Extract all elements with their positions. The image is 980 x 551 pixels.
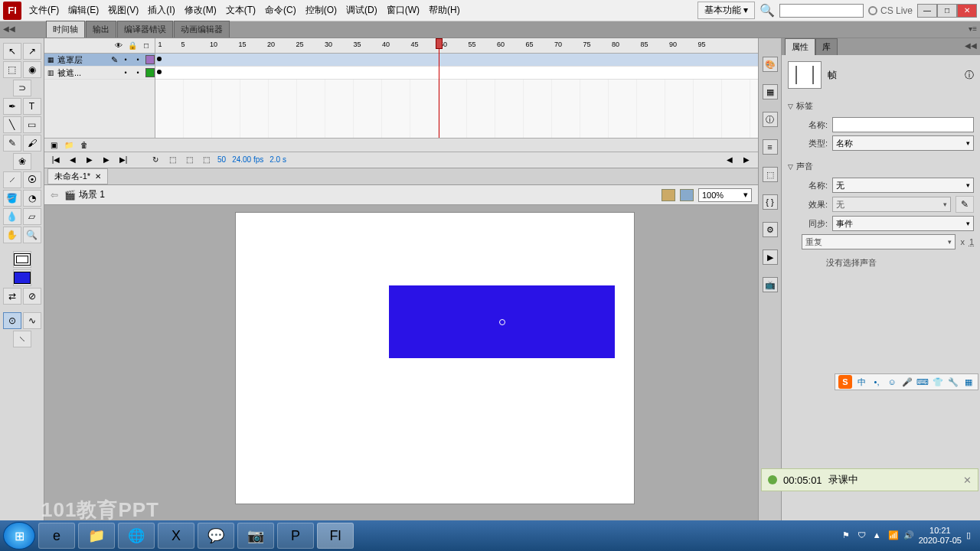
project-panel-icon[interactable]: 📺	[763, 277, 778, 292]
sound-name-select[interactable]: 无	[832, 178, 974, 193]
collapse-left-icon[interactable]: ◀◀	[3, 24, 15, 33]
visibility-header-icon[interactable]: 👁	[113, 41, 124, 50]
color-panel-icon[interactable]: 🎨	[763, 57, 778, 72]
tray-up-icon[interactable]: ▲	[873, 530, 884, 541]
close-button[interactable]: ✕	[957, 4, 977, 18]
lock-header-icon[interactable]: 🔒	[127, 41, 138, 50]
swatches-panel-icon[interactable]: ▦	[763, 84, 778, 99]
frame-track-2[interactable]	[155, 67, 758, 80]
tab-library[interactable]: 库	[815, 38, 838, 55]
section-sound-header[interactable]: 声音	[788, 158, 974, 174]
last-frame-button[interactable]: ▶|	[118, 155, 129, 164]
pencil-tool[interactable]: ✎	[3, 135, 21, 152]
tab-motion-editor[interactable]: 动画编辑器	[174, 21, 230, 37]
pen-tool[interactable]: ✒	[3, 98, 21, 115]
rectangle-tool[interactable]: ▭	[23, 116, 41, 133]
sound-repeat-select[interactable]: 重复	[802, 234, 956, 249]
back-arrow-icon[interactable]: ⇦	[51, 190, 58, 201]
minimize-button[interactable]: —	[917, 4, 937, 18]
start-button[interactable]: ⊞	[3, 522, 35, 549]
tray-flag-icon[interactable]: ⚑	[842, 530, 853, 541]
sogou-ime-icon[interactable]: S	[838, 375, 852, 389]
menu-window[interactable]: 窗口(W)	[382, 1, 424, 20]
taskbar-explorer[interactable]: 📁	[78, 523, 115, 549]
stroke-color-swatch[interactable]	[13, 251, 31, 268]
ime-lang-button[interactable]: 中	[855, 376, 867, 388]
menu-text[interactable]: 文本(T)	[221, 1, 260, 20]
ime-emoji-button[interactable]: ☺	[886, 376, 898, 388]
workspace-selector[interactable]: 基本功能 ▾	[697, 2, 755, 19]
code-snippets-icon[interactable]: { }	[763, 194, 778, 210]
snap-option[interactable]: ⊙	[3, 312, 21, 329]
playhead-head-icon[interactable]	[436, 38, 443, 49]
tab-properties[interactable]: 属性	[785, 38, 815, 55]
edit-multiple-frames-button[interactable]: ⬚	[201, 155, 211, 164]
help-icon[interactable]: ⓘ	[965, 69, 974, 82]
layer-color-icon[interactable]	[145, 68, 155, 77]
frame-name-input[interactable]	[832, 117, 974, 132]
playhead[interactable]	[439, 38, 439, 138]
frames-area[interactable]: 15101520253035404550556065707580859095	[155, 38, 758, 138]
paint-bucket-tool[interactable]: 🪣	[3, 190, 21, 207]
menu-file[interactable]: 文件(F)	[24, 1, 64, 20]
layer-row-masked[interactable]: ▥ 被遮... ••	[44, 67, 155, 80]
tray-network-icon[interactable]: 📶	[888, 530, 899, 541]
show-desktop-button[interactable]: ▯	[966, 530, 977, 541]
zoom-tool[interactable]: 🔍	[23, 227, 41, 243]
menu-commands[interactable]: 命令(C)	[260, 1, 301, 20]
onion-skin-button[interactable]: ⬚	[167, 155, 178, 164]
panel-menu-icon[interactable]: ▾≡	[969, 24, 977, 33]
3d-rotation-tool[interactable]: ◉	[23, 61, 41, 78]
keyframe-icon[interactable]	[157, 57, 162, 61]
layer-row-mask[interactable]: ▦ 遮罩层 ✎ ••	[44, 54, 155, 67]
keyframe-icon[interactable]	[157, 70, 162, 74]
document-tab[interactable]: 未命名-1* ✕	[47, 168, 108, 184]
ime-menu-button[interactable]: ▦	[962, 376, 975, 388]
tray-volume-icon[interactable]: 🔊	[903, 530, 914, 541]
edit-scene-button[interactable]	[662, 189, 675, 201]
smooth-option[interactable]: ∿	[23, 312, 41, 329]
no-color-icon[interactable]: ⊘	[23, 288, 41, 305]
zoom-selector[interactable]: 100%▾	[698, 188, 752, 202]
taskbar-360[interactable]: 🌐	[118, 523, 155, 549]
components-panel-icon[interactable]: ⚙	[763, 222, 778, 237]
ime-punct-button[interactable]: •,	[871, 376, 883, 388]
edit-symbols-button[interactable]	[680, 189, 694, 201]
hand-tool[interactable]: ✋	[3, 227, 21, 243]
taskbar-excel[interactable]: X	[158, 523, 194, 549]
panel-collapse-icon[interactable]: ◀◀	[965, 41, 977, 50]
text-tool[interactable]: T	[23, 98, 41, 115]
close-tab-icon[interactable]: ✕	[95, 172, 101, 181]
repeat-count[interactable]: 1	[969, 237, 974, 246]
ime-keyboard-button[interactable]: ⌨	[916, 376, 929, 388]
taskbar-camera[interactable]: 📷	[237, 523, 274, 549]
scene-label[interactable]: 场景 1	[79, 188, 105, 201]
stage[interactable]	[236, 213, 634, 504]
play-button[interactable]: ▶	[84, 155, 95, 164]
bind-tool[interactable]: ⦿	[23, 171, 41, 188]
cslive-button[interactable]: CS Live	[868, 5, 913, 16]
brush-tool[interactable]: 🖌	[23, 135, 41, 152]
layer-color-icon[interactable]	[145, 55, 155, 64]
first-frame-button[interactable]: |◀	[51, 155, 61, 164]
motion-presets-icon[interactable]: ▶	[763, 249, 778, 265]
new-folder-button[interactable]: 📁	[63, 140, 75, 151]
eyedropper-tool[interactable]: 💧	[3, 208, 21, 225]
menu-control[interactable]: 控制(O)	[301, 1, 341, 20]
selection-tool[interactable]: ↖	[3, 43, 21, 60]
scroll-right-button[interactable]: ▶	[741, 155, 752, 164]
straighten-option[interactable]: ⟍	[13, 331, 31, 347]
edit-effect-button[interactable]: ✎	[956, 196, 974, 213]
maximize-button[interactable]: □	[937, 4, 957, 18]
prev-frame-button[interactable]: ◀	[67, 155, 78, 164]
deco-tool[interactable]: ❀	[13, 153, 31, 170]
frame-track-1[interactable]	[155, 54, 758, 67]
stage-area[interactable]	[44, 205, 758, 537]
blue-rectangle-shape[interactable]	[389, 285, 615, 358]
taskbar-flash[interactable]: Fl	[317, 523, 354, 549]
swap-colors-icon[interactable]: ⇄	[3, 288, 21, 305]
next-frame-button[interactable]: ▶	[101, 155, 112, 164]
section-label-header[interactable]: 标签	[788, 98, 974, 114]
menu-modify[interactable]: 修改(M)	[180, 1, 221, 20]
menu-edit[interactable]: 编辑(E)	[64, 1, 103, 20]
